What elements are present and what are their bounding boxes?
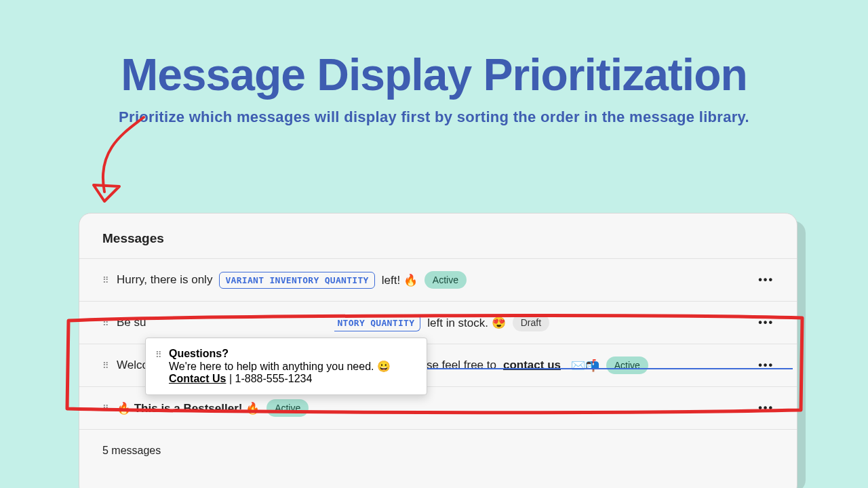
status-badge: Draft	[513, 314, 549, 331]
row-actions-button[interactable]: •••	[758, 317, 774, 329]
drag-handle-icon[interactable]: ⠿	[102, 403, 110, 413]
status-badge: Active	[606, 357, 648, 374]
status-badge: Active	[267, 399, 309, 417]
drag-handle-icon[interactable]: ⠿	[102, 275, 110, 285]
variable-chip[interactable]: NTORY QUANTITY	[334, 314, 420, 331]
row-actions-button[interactable]: •••	[758, 274, 774, 286]
callout-arrow-icon	[84, 112, 159, 214]
message-text-post: left! 🔥	[382, 273, 418, 287]
drag-handle-icon[interactable]: ⠿	[155, 350, 162, 360]
message-text-pre: Be su	[117, 316, 146, 329]
message-text-pre: Welco	[117, 359, 149, 372]
drag-handle-icon[interactable]: ⠿	[102, 318, 110, 328]
panel-header: Messages	[79, 214, 797, 258]
variable-chip[interactable]: VARIANT INVENTORY QUANTITY	[219, 272, 374, 289]
dragging-message-card[interactable]: ⠿ Questions? We're here to help with any…	[145, 338, 427, 395]
message-text-pre: Hurry, there is only	[117, 273, 212, 287]
message-text-bold: 🔥 This is a Bestseller! 🔥	[117, 401, 260, 415]
message-text-post: .✉️📬	[568, 359, 599, 373]
hero-subtitle: Prioritize which messages will display f…	[0, 108, 868, 126]
message-text-mid: se feel free to	[427, 359, 496, 372]
status-badge: Active	[425, 271, 467, 289]
hero-title: Message Display Prioritization	[0, 49, 868, 100]
message-row[interactable]: ⠿ Hurry, there is only VARIANT INVENTORY…	[79, 258, 797, 301]
message-text-post: left in stock. 😍	[427, 316, 505, 330]
row-actions-button[interactable]: •••	[758, 359, 774, 371]
drag-handle-icon[interactable]: ⠿	[102, 361, 110, 371]
drag-card-contact-link[interactable]: Contact Us	[169, 373, 226, 384]
row-actions-button[interactable]: •••	[758, 402, 774, 414]
contact-us-link[interactable]: contact us	[503, 359, 561, 372]
drag-card-phone: | 1-888-555-1234	[226, 373, 312, 384]
drag-card-help: We're here to help with anything you nee…	[169, 360, 391, 373]
panel-footer: 5 messages	[79, 429, 797, 472]
drag-card-title: Questions?	[169, 348, 391, 360]
